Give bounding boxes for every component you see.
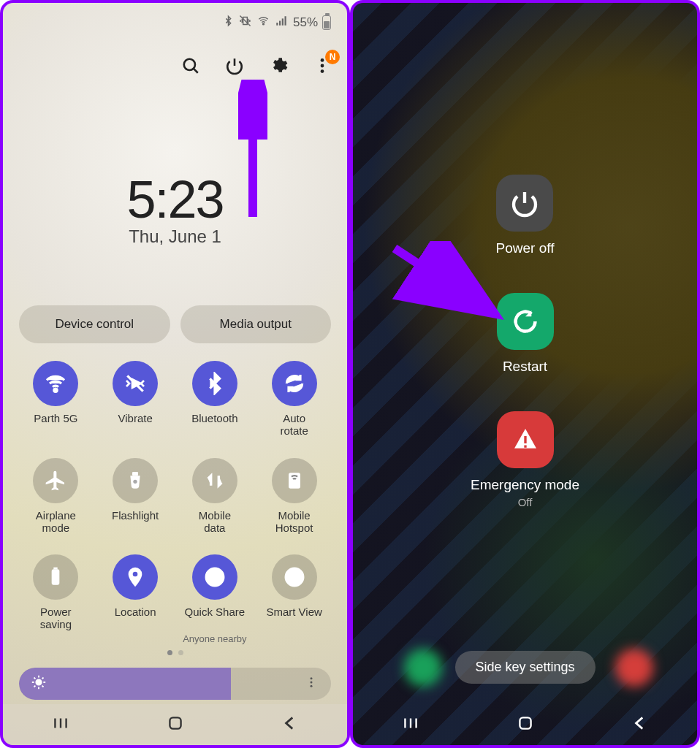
qs-tile-vibrate[interactable]: Vibrate <box>96 361 175 438</box>
side-key-settings-button[interactable]: Side key settings <box>454 651 595 684</box>
qs-tile-bt[interactable]: Bluetooth <box>175 361 255 438</box>
battery-percent: 55% <box>293 15 318 30</box>
clock-date: Thu, June 1 <box>3 226 347 247</box>
power-off-item[interactable]: Power off <box>496 175 555 256</box>
qs-label: Parth 5G <box>34 412 77 437</box>
qs-label: Quick Share <box>185 606 246 630</box>
quick-settings-panel: 55% N 5:23 Thu, June 1 Device control Me… <box>0 0 350 748</box>
panel-top-actions: N <box>179 54 334 77</box>
svg-rect-40 <box>524 436 526 443</box>
svg-point-10 <box>321 69 324 73</box>
qs-tile-rotate[interactable]: Auto rotate <box>254 361 334 438</box>
qs-tile-location[interactable]: Location <box>96 554 175 644</box>
emergency-state: Off <box>518 496 533 508</box>
rotate-icon <box>272 361 317 406</box>
device-control-pill[interactable]: Device control <box>19 305 170 343</box>
clock-area: 5:23 Thu, June 1 <box>3 169 347 247</box>
dock-blur <box>615 649 653 687</box>
media-output-pill[interactable]: Media output <box>180 305 332 343</box>
qs-label: Vibrate <box>118 412 152 437</box>
svg-point-1 <box>263 23 265 25</box>
signal-status-icon <box>275 15 287 30</box>
restart-item[interactable]: Restart <box>497 293 554 375</box>
svg-point-33 <box>311 677 313 679</box>
wifi-status-icon <box>256 15 270 30</box>
emergency-item[interactable]: Emergency mode Off <box>471 411 579 508</box>
back-button[interactable] <box>281 714 300 736</box>
restart-label: Restart <box>503 359 547 375</box>
home-button[interactable] <box>516 714 535 736</box>
bt-icon <box>192 361 237 406</box>
brightness-slider[interactable] <box>19 668 331 700</box>
restart-icon <box>497 293 554 350</box>
emergency-icon <box>497 411 554 468</box>
qs-label: Airplane mode <box>36 509 76 535</box>
svg-rect-45 <box>520 717 530 728</box>
control-pills: Device control Media output <box>19 305 331 343</box>
clock-time: 5:23 <box>3 169 347 229</box>
svg-rect-4 <box>282 18 284 25</box>
flash-icon <box>113 458 158 503</box>
airplane-icon <box>33 458 78 503</box>
navigation-bar <box>3 704 347 745</box>
qs-label: Mobile Hotspot <box>275 509 313 535</box>
qs-label: Bluetooth <box>191 412 237 437</box>
brightness-more-icon[interactable] <box>305 676 318 692</box>
power-menu-screen: Power off Restart Emergency mode Off Sid… <box>350 0 700 748</box>
svg-line-29 <box>34 677 35 679</box>
svg-point-20 <box>133 572 138 577</box>
qs-tile-flash[interactable]: Flashlight <box>96 458 175 535</box>
qs-label: Power saving <box>40 606 72 631</box>
vibrate-icon <box>113 361 158 406</box>
qs-label: Auto rotate <box>280 412 308 438</box>
qs-tile-hotspot[interactable]: Mobile Hotspot <box>254 458 334 535</box>
svg-line-30 <box>42 686 44 687</box>
pager-dots <box>167 650 183 655</box>
svg-rect-15 <box>132 472 138 476</box>
power-menu: Power off Restart Emergency mode Off <box>353 175 697 508</box>
qs-tile-mdata[interactable]: Mobile data <box>175 458 255 535</box>
power-off-label: Power off <box>496 240 555 256</box>
sview-icon <box>272 554 317 600</box>
dock-blur <box>404 649 442 687</box>
qs-tile-qshare[interactable]: Quick ShareAnyone nearby <box>175 554 255 644</box>
svg-rect-18 <box>52 569 60 584</box>
qs-label: Smart View <box>266 606 322 630</box>
location-icon <box>113 554 158 600</box>
svg-point-8 <box>321 58 324 62</box>
psave-icon <box>33 554 78 600</box>
power-off-icon <box>496 175 553 232</box>
qs-tile-airplane[interactable]: Airplane mode <box>16 458 96 535</box>
svg-point-34 <box>311 682 313 684</box>
mdata-icon <box>192 458 237 503</box>
qs-tile-psave[interactable]: Power saving <box>16 554 96 644</box>
qs-tile-sview[interactable]: Smart View <box>254 554 334 644</box>
qshare-icon <box>192 554 237 600</box>
brightness-icon <box>31 674 47 693</box>
svg-rect-19 <box>54 568 58 570</box>
wifi-icon <box>33 361 78 406</box>
bluetooth-status-icon <box>223 15 234 31</box>
back-button[interactable] <box>631 714 650 736</box>
brightness-fill <box>19 668 231 700</box>
qs-tile-wifi[interactable]: Parth 5G <box>16 361 96 438</box>
home-button[interactable] <box>166 714 185 736</box>
quick-settings-grid: Parth 5GVibrateBluetoothAuto rotateAirpl… <box>16 361 334 644</box>
recents-button[interactable] <box>51 714 70 736</box>
settings-button[interactable] <box>267 54 290 77</box>
svg-line-7 <box>194 69 198 73</box>
recents-button[interactable] <box>401 714 420 736</box>
svg-rect-41 <box>524 446 526 448</box>
power-button[interactable] <box>223 54 246 77</box>
svg-rect-39 <box>170 717 180 728</box>
svg-point-9 <box>321 64 324 68</box>
qs-sublabel: Anyone nearby <box>183 633 246 644</box>
svg-point-24 <box>36 679 41 684</box>
svg-point-6 <box>184 59 195 70</box>
search-button[interactable] <box>179 54 202 77</box>
more-button[interactable]: N <box>311 54 334 77</box>
battery-icon <box>322 15 331 30</box>
notification-badge: N <box>325 50 340 64</box>
svg-rect-2 <box>276 23 278 26</box>
svg-point-13 <box>54 389 57 392</box>
